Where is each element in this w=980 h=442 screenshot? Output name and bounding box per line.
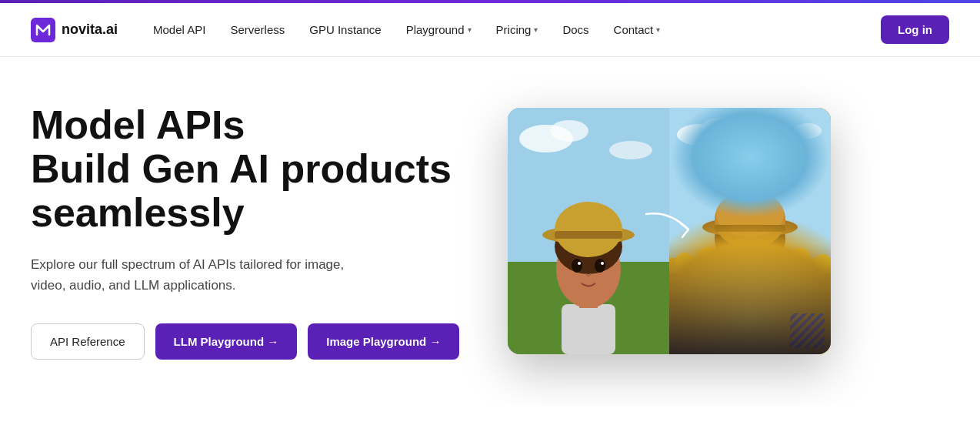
svg-point-20 xyxy=(765,134,805,151)
svg-point-3 xyxy=(550,120,588,142)
nav-model-api[interactable]: Model API xyxy=(142,17,216,42)
hero-title: Model APIsBuild Gen AI productsseamlessl… xyxy=(31,103,462,236)
logo-link[interactable]: novita.ai xyxy=(31,18,118,42)
svg-point-15 xyxy=(555,202,622,257)
api-reference-button[interactable]: API Reference xyxy=(31,323,145,360)
svg-point-11 xyxy=(595,259,605,273)
svg-rect-6 xyxy=(562,304,615,354)
svg-rect-42 xyxy=(715,225,785,232)
svg-point-19 xyxy=(702,118,736,136)
login-button[interactable]: Log in xyxy=(881,15,949,44)
image-playground-button[interactable]: Image Playground → xyxy=(308,323,459,360)
nav-gpu-instance[interactable]: GPU Instance xyxy=(298,17,392,42)
svg-point-4 xyxy=(609,141,652,159)
logo-icon xyxy=(31,18,55,42)
hero-right: 2024IS GOOD xyxy=(508,108,838,354)
arrow-decoration xyxy=(638,206,700,248)
svg-point-40 xyxy=(715,190,785,249)
hero-buttons: API Reference LLM Playground → Image Pla… xyxy=(31,323,462,360)
svg-point-18 xyxy=(677,124,723,146)
hero-description: Explore our full spectrum of AI APIs tai… xyxy=(31,254,354,296)
hero-section: Model APIsBuild Gen AI productsseamlessl… xyxy=(0,57,980,406)
svg-point-13 xyxy=(601,262,604,265)
logo-text: novita.ai xyxy=(62,22,118,38)
arrow-icon xyxy=(638,206,700,245)
svg-point-39 xyxy=(702,217,798,237)
nav-docs[interactable]: Docs xyxy=(552,17,599,42)
nav-pricing[interactable]: Pricing ▾ xyxy=(485,17,549,42)
svg-rect-16 xyxy=(555,231,622,239)
svg-point-12 xyxy=(578,262,581,265)
chevron-down-icon: ▾ xyxy=(468,25,472,34)
llm-playground-button[interactable]: LLM Playground → xyxy=(155,323,298,360)
nav-playground[interactable]: Playground ▾ xyxy=(395,17,482,42)
main-nav: Model API Serverless GPU Instance Playgr… xyxy=(142,17,881,42)
hero-left: Model APIsBuild Gen AI productsseamlessl… xyxy=(31,103,462,360)
chevron-down-icon: ▾ xyxy=(534,25,538,34)
image-card: 2024IS GOOD xyxy=(508,108,831,354)
svg-rect-0 xyxy=(31,18,55,42)
nav-contact[interactable]: Contact ▾ xyxy=(603,17,672,42)
nav-actions: Log in xyxy=(881,15,949,44)
chevron-down-icon: ▾ xyxy=(656,25,660,34)
svg-point-10 xyxy=(572,259,582,273)
svg-point-41 xyxy=(716,191,784,237)
nav-serverless[interactable]: Serverless xyxy=(219,17,295,42)
header: novita.ai Model API Serverless GPU Insta… xyxy=(0,3,980,57)
svg-point-21 xyxy=(794,123,822,139)
